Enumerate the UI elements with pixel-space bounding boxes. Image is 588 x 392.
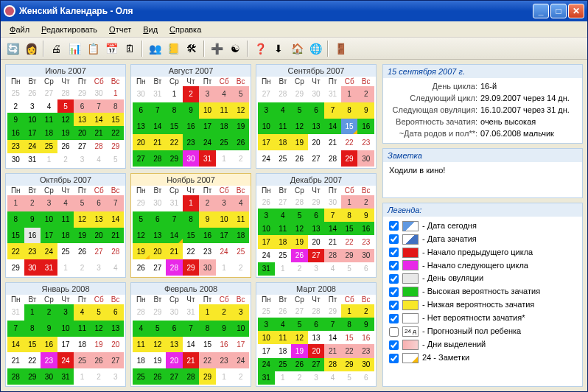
day-cell[interactable]: 9 <box>216 321 233 337</box>
day-cell[interactable]: 8 <box>341 318 358 331</box>
day-cell[interactable]: 3 <box>258 209 275 222</box>
day-cell[interactable]: 30 <box>357 358 374 371</box>
day-prev[interactable]: 30 <box>308 86 325 102</box>
day-next[interactable]: 1 <box>74 368 91 385</box>
day-cell[interactable]: 23 <box>357 235 374 248</box>
day-cell[interactable]: 10 <box>199 102 216 119</box>
day-cell[interactable]: 24 <box>24 140 41 153</box>
day-cell[interactable]: 24 <box>41 243 57 259</box>
day-cell[interactable]: 11 <box>133 337 150 353</box>
day-cell[interactable]: 21 <box>150 134 167 150</box>
day-cell[interactable]: 1 <box>199 304 216 321</box>
day-cell[interactable]: 23 <box>199 243 216 259</box>
day-cell[interactable]: 17 <box>258 344 275 357</box>
month[interactable]: Январь 2008ПнВтСрЧтПтСбВс311234567891011… <box>5 282 126 387</box>
day-cell[interactable]: 31 <box>258 262 275 276</box>
day-cell[interactable]: 24 <box>258 358 275 371</box>
day-cell[interactable]: 18 <box>275 134 292 150</box>
users-button[interactable]: 👥 <box>146 40 164 57</box>
month[interactable]: Июль 2007ПнВтСрЧтПтСбВс25262728293012345… <box>5 64 126 169</box>
day-cell[interactable]: 13 <box>308 331 325 344</box>
day-cell[interactable]: 22 <box>166 134 183 150</box>
day-cell[interactable]: 1 <box>107 86 124 99</box>
day-cell[interactable]: 2 <box>357 195 374 209</box>
day-cell[interactable]: 18 <box>57 228 74 244</box>
day-next[interactable]: 2 <box>291 371 308 385</box>
day-cell[interactable]: 12 <box>91 321 108 337</box>
day-next[interactable]: 5 <box>107 153 124 167</box>
day-cell[interactable]: 11 <box>74 321 91 337</box>
day-next[interactable]: 6 <box>357 371 374 385</box>
day-cell[interactable]: 17 <box>57 337 74 353</box>
day-next[interactable]: 1 <box>216 368 233 385</box>
day-cell[interactable]: 29 <box>341 150 358 167</box>
day-cell[interactable]: 1 <box>341 195 358 209</box>
day-cell[interactable]: 22 <box>341 344 358 357</box>
day-cell[interactable]: 4 <box>275 318 292 331</box>
day-cell[interactable]: 8 <box>166 102 183 119</box>
day-prev[interactable]: 26 <box>258 195 275 209</box>
day-cell[interactable]: 10 <box>41 211 57 228</box>
day-cell[interactable]: 23 <box>357 134 374 150</box>
home-button[interactable]: 🏠 <box>288 40 306 57</box>
day-cell[interactable]: 21 <box>107 228 124 244</box>
legend-checkbox[interactable] <box>389 301 399 310</box>
day-cell[interactable]: 2 <box>199 195 216 211</box>
day-cell[interactable]: 2 <box>357 86 374 102</box>
day-cell[interactable]: 13 <box>308 119 325 135</box>
day-next[interactable]: 6 <box>357 262 374 276</box>
day-prev[interactable]: 28 <box>308 304 325 318</box>
day-cell[interactable]: 14 <box>150 119 167 135</box>
exit-button[interactable]: 🚪 <box>332 40 349 57</box>
day-cell[interactable]: 20 <box>166 352 183 368</box>
legend-checkbox[interactable] <box>389 248 399 257</box>
day-cell[interactable]: 23 <box>216 352 233 368</box>
day-cell[interactable]: 3 <box>24 99 41 113</box>
day-prev[interactable]: 29 <box>324 304 341 318</box>
day-cell[interactable]: 10 <box>57 321 74 337</box>
day-next[interactable]: 4 <box>107 259 124 276</box>
day-cell[interactable]: 5 <box>291 102 308 119</box>
calendar-config-button[interactable]: 📅 <box>102 40 120 57</box>
day-cell[interactable]: 12 <box>133 228 150 244</box>
day-cell[interactable]: 19 <box>291 235 308 248</box>
day-cell[interactable]: 24 <box>258 150 275 167</box>
day-cell[interactable]: 25 <box>232 243 249 259</box>
day-cell[interactable]: 27 <box>308 358 325 371</box>
day-cell[interactable]: 29 <box>183 259 200 276</box>
day-cell[interactable]: 4 <box>57 195 74 211</box>
day-cell[interactable]: 3 <box>216 195 233 211</box>
day-cell[interactable]: 8 <box>341 209 358 222</box>
day-next[interactable]: 4 <box>324 262 341 276</box>
day-next[interactable]: 4 <box>324 371 341 385</box>
day-cell[interactable]: 27 <box>166 368 183 385</box>
day-prev[interactable]: 26 <box>24 86 41 99</box>
day-cell[interactable]: 11 <box>275 222 292 235</box>
day-cell[interactable]: 20 <box>91 228 108 244</box>
day-cell[interactable]: 20 <box>308 344 325 357</box>
day-next[interactable]: 4 <box>91 153 108 167</box>
day-prev[interactable]: 29 <box>133 195 150 211</box>
day-cell[interactable]: 23 <box>357 344 374 357</box>
day-cell[interactable]: 8 <box>341 102 358 119</box>
day-cell[interactable]: 24 <box>199 134 216 150</box>
list-button[interactable]: 📋 <box>84 40 102 57</box>
day-cell[interactable]: 10 <box>24 113 41 126</box>
day-cell[interactable]: 7 <box>91 99 108 113</box>
day-cell[interactable]: 22 <box>183 243 200 259</box>
day-cell[interactable]: 5 <box>150 321 167 337</box>
add-button[interactable]: ➕ <box>208 40 225 57</box>
day-next[interactable]: 1 <box>57 259 74 276</box>
day-cell[interactable]: 26 <box>232 134 249 150</box>
legend-checkbox[interactable] <box>389 221 399 231</box>
day-cell[interactable]: 26 <box>133 259 150 276</box>
day-cell[interactable]: 17 <box>199 119 216 135</box>
day-prev[interactable]: 29 <box>308 195 325 209</box>
day-cell[interactable]: 29 <box>341 249 358 262</box>
day-cell[interactable]: 31 <box>41 259 57 276</box>
day-prev[interactable]: 27 <box>258 86 275 102</box>
day-cell[interactable]: 28 <box>150 150 167 167</box>
day-cell[interactable]: 4 <box>74 304 91 321</box>
day-cell[interactable]: 6 <box>308 318 325 331</box>
day-cell[interactable]: 7 <box>7 321 24 337</box>
